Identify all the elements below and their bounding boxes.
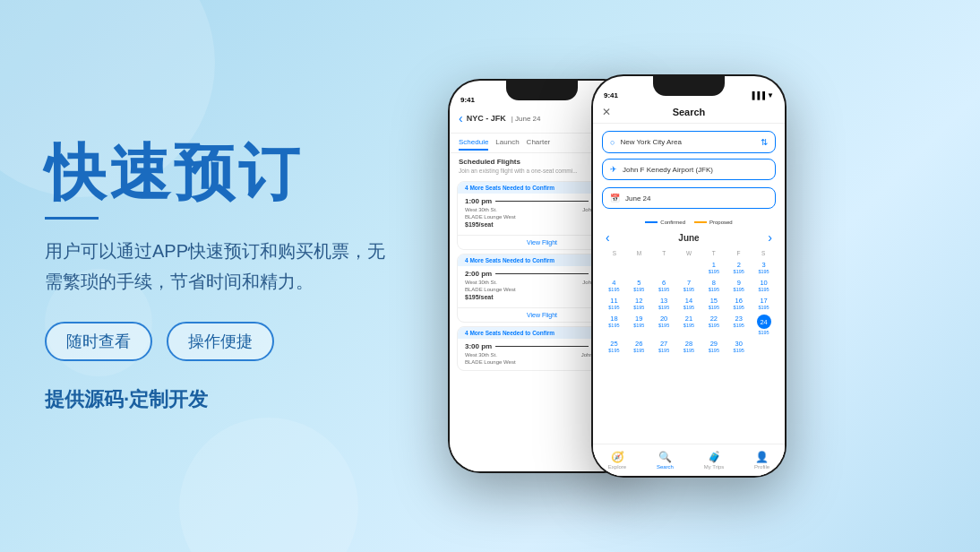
calendar-grid: - - - - 1$195 2$195 3$195 4$195 5$195 6$… (602, 259, 776, 355)
phones-panel: 9:41 ▐▐▐ ▼ ‹ NYC - JFK | June 24 Schedul… (421, 36, 935, 516)
date-label: | June 24 (511, 115, 541, 123)
next-month-button[interactable]: › (768, 230, 772, 245)
cal-day-29[interactable]: 29$195 (701, 338, 726, 355)
cal-empty-end: - (752, 338, 776, 355)
close-button[interactable]: ✕ (602, 106, 611, 118)
phone-2-header: ✕ Search (593, 101, 785, 124)
search-nav-label: Search (657, 464, 674, 470)
cal-day-19[interactable]: 19$195 (627, 313, 651, 337)
cal-day-22[interactable]: 22$195 (701, 313, 726, 337)
calendar-month: June (678, 233, 699, 243)
depart-time-2: 2:00 pm (465, 270, 492, 278)
depart-time-1: 1:00 pm (465, 197, 492, 205)
cal-empty-3: - (652, 259, 676, 276)
cal-day-20[interactable]: 20$195 (652, 313, 676, 337)
cal-day-27[interactable]: 27$195 (652, 338, 676, 355)
cal-day-18[interactable]: 18$195 (602, 313, 626, 337)
phone-2-time: 9:41 (604, 91, 618, 99)
cal-day-23[interactable]: 23$195 (726, 313, 751, 337)
cal-day-14[interactable]: 14$195 (677, 295, 701, 312)
destination-icon: ✈ (610, 165, 617, 174)
date-field[interactable]: 📅 June 24 (602, 187, 776, 209)
badge-operate: 操作便捷 (167, 322, 274, 361)
search-nav-icon: 🔍 (658, 451, 672, 463)
search-fields: ○ New York City Area ⇅ ✈ John F Kenedy A… (593, 124, 785, 187)
origin-icon: ○ (610, 138, 615, 147)
phone-1-notch (506, 81, 578, 100)
cal-day-30[interactable]: 30$195 (726, 338, 751, 355)
phone-1-time: 9:41 (460, 96, 475, 104)
phone-2-signal: ▐▐▐ ▼ (750, 91, 774, 99)
confirmed-label: Confirmed (660, 220, 685, 225)
nav-my-trips[interactable]: 🧳 My Trips (704, 451, 725, 470)
cal-day-6[interactable]: 6$195 (652, 277, 676, 294)
tab-launch[interactable]: Launch (495, 135, 519, 151)
calendar-legend: Confirmed Proposed (602, 220, 776, 225)
cal-empty-1: - (602, 259, 626, 276)
cal-day-4[interactable]: 4$195 (602, 277, 626, 294)
cal-day-12[interactable]: 12$195 (627, 295, 651, 312)
confirmed-line (645, 221, 658, 223)
route-label: NYC - JFK (467, 114, 506, 123)
cal-day-16[interactable]: 16$195 (726, 295, 751, 312)
day-th: T (701, 249, 726, 257)
depart-time-3: 3:00 pm (465, 342, 492, 350)
bottom-cta-text: 提供源码·定制开发 (45, 386, 403, 413)
cal-day-24-selected[interactable]: 24 $195 (752, 313, 776, 337)
phone-2-content: ✕ Search ○ New York City Area ⇅ ✈ John F… (593, 101, 785, 476)
date-field-text: June 24 (625, 194, 650, 203)
cal-day-21[interactable]: 21$195 (677, 313, 701, 337)
from-2: West 30th St. (465, 280, 497, 285)
nav-profile[interactable]: 👤 Profile (754, 451, 769, 470)
cal-day-17[interactable]: 17$195 (752, 295, 776, 312)
my-trips-label: My Trips (704, 464, 725, 470)
tab-charter[interactable]: Charter (527, 135, 551, 151)
cal-day-15[interactable]: 15$195 (701, 295, 726, 312)
day-sa: S (751, 249, 776, 257)
from-field[interactable]: ○ New York City Area ⇅ (602, 131, 776, 153)
phone-2-notch (653, 76, 725, 96)
main-title: 快速预订 (45, 139, 403, 206)
cal-empty-2: - (627, 259, 651, 276)
from-field-text: New York City Area (620, 138, 755, 146)
description-text: 用户可以通过APP快速预订和购买机票，无需繁琐的手续，节省时间和精力。 (45, 236, 403, 297)
tab-schedule[interactable]: Schedule (459, 135, 488, 151)
badge-group: 随时查看 操作便捷 (45, 322, 403, 361)
nav-search[interactable]: 🔍 Search (657, 451, 674, 470)
cal-day-10[interactable]: 10$195 (752, 277, 776, 294)
from-1: West 30th St. (465, 207, 497, 212)
cal-day-28[interactable]: 28$195 (677, 338, 701, 355)
cal-day-26[interactable]: 26$195 (627, 338, 651, 355)
cal-day-5[interactable]: 5$195 (627, 277, 651, 294)
cal-day-1[interactable]: 1$195 (701, 259, 726, 276)
my-trips-icon: 🧳 (708, 451, 721, 463)
day-w: W (676, 249, 701, 257)
profile-label: Profile (754, 464, 769, 470)
day-m: M (627, 249, 652, 257)
legend-confirmed: Confirmed (645, 220, 685, 225)
day-t: T (651, 249, 676, 257)
cal-day-11[interactable]: 11$195 (602, 295, 626, 312)
cal-empty-4: - (677, 259, 701, 276)
cal-day-3[interactable]: 3$195 (752, 259, 776, 276)
calendar-header: ‹ June › (602, 229, 776, 246)
cal-day-25[interactable]: 25$195 (602, 338, 626, 355)
from-sub-1: BLADE Lounge West (465, 214, 516, 220)
cal-day-7[interactable]: 7$195 (677, 277, 701, 294)
calendar-icon: 📅 (610, 194, 620, 203)
badge-view: 随时查看 (45, 322, 152, 361)
to-field[interactable]: ✈ John F Kenedy Airport (JFK) (602, 159, 776, 180)
proposed-line (694, 221, 707, 223)
swap-button[interactable]: ⇅ (761, 137, 768, 147)
phone-2-frame: 9:41 ▐▐▐ ▼ ✕ Search ○ New York City Area (591, 74, 787, 478)
back-button[interactable]: ‹ (459, 111, 463, 125)
nav-explore[interactable]: 🧭 Explore (608, 451, 626, 470)
cal-day-13[interactable]: 13$195 (652, 295, 676, 312)
cal-day-2[interactable]: 2$195 (726, 259, 751, 276)
cal-day-8[interactable]: 8$195 (701, 277, 726, 294)
cal-day-9[interactable]: 9$195 (726, 277, 751, 294)
calendar-day-headers: S M T W T F S (602, 249, 776, 257)
prev-month-button[interactable]: ‹ (606, 230, 610, 245)
left-panel: 快速预订 用户可以通过APP快速预订和购买机票，无需繁琐的手续，节省时间和精力。… (45, 139, 421, 413)
explore-icon: 🧭 (611, 451, 624, 463)
